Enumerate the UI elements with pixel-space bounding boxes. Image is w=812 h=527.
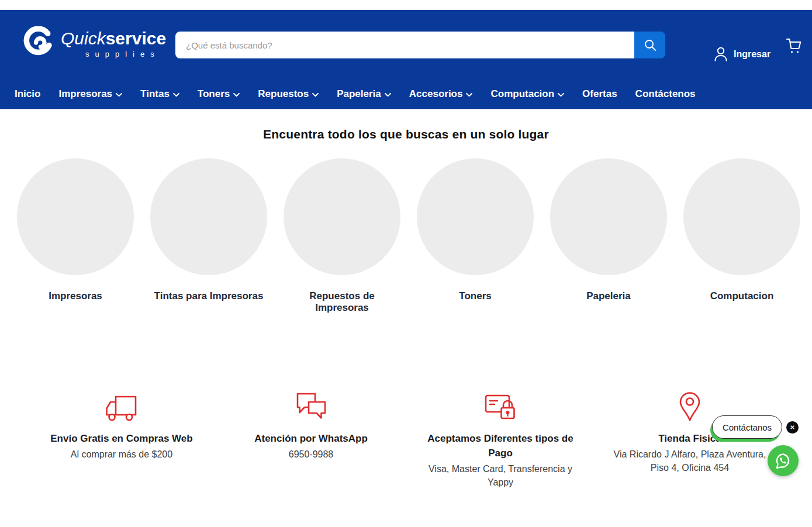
chevron-down-icon [116,93,122,97]
nav-item-repuestos[interactable]: Repuestos [258,88,319,100]
category-impresoras[interactable]: Impresoras [17,158,134,314]
brand-logo[interactable]: Quickservice supplies [22,26,166,59]
category-label: Toners [417,290,534,302]
feature-whatsapp-support: Atención por WhatsApp 6950-9988 [216,391,406,489]
main-nav: Inicio Impresoras Tintas Toners Repuesto… [15,88,696,100]
login-label: Ingresar [734,49,770,60]
page-title: Encuentra todo los que buscas en un solo… [0,127,812,141]
search-icon [643,38,657,52]
user-icon [713,46,728,63]
nav-item-accesorios[interactable]: Accesorios [409,88,473,100]
feature-subtitle: 6950-9988 [229,448,393,461]
contact-us-button[interactable]: Contáctanos [712,415,782,439]
nav-item-impresoras[interactable]: Impresoras [58,88,122,100]
category-grid: Impresoras Tintas para Impresoras Repues… [17,158,800,314]
feature-subtitle: Via Ricardo J Alfaro, Plaza Aventura, Pi… [607,448,772,474]
logo-swirl-icon [22,26,55,59]
nav-item-toners[interactable]: Toners [198,88,240,100]
brand-word-quick: Quick [61,29,106,48]
truck-icon [105,394,139,423]
feature-subtitle: Al comprar más de $200 [39,448,204,461]
feature-subtitle: Visa, Master Card, Transferencia y Yappy [418,462,583,489]
close-icon[interactable]: ✕ [786,421,799,434]
category-tintas-para-impresoras[interactable]: Tintas para Impresoras [150,158,267,314]
chevron-down-icon [312,93,319,97]
search-bar [175,32,665,58]
category-label: Impresoras [17,290,134,302]
chevron-down-icon [233,93,240,97]
nav-item-ofertas[interactable]: Ofertas [582,88,617,100]
category-image-placeholder [683,158,800,275]
nav-item-contactenos[interactable]: Contáctenos [635,88,696,100]
nav-item-inicio[interactable]: Inicio [15,88,40,100]
brand-wordmark: Quickservice supplies [61,26,166,58]
map-pin-icon [678,391,702,423]
login-link[interactable]: Ingresar [713,46,770,63]
category-label: Papeleria [550,290,667,302]
nav-item-tintas[interactable]: Tintas [140,88,179,100]
whatsapp-chat-icon [295,391,327,423]
feature-title: Envío Gratis en Compras Web [42,431,201,446]
chevron-down-icon [466,93,472,97]
feature-payment-methods: Aceptamos Diferentes tipos de Pago Visa,… [406,391,595,489]
nav-label: Impresoras [58,88,112,100]
nav-item-computacion[interactable]: Computacion [490,88,564,100]
nav-label: Computacion [490,88,554,100]
nav-label: Accesorios [409,88,463,100]
nav-label: Toners [198,88,230,100]
feature-title: Atención por WhatsApp [231,431,391,446]
feature-free-shipping: Envío Gratis en Compras Web Al comprar m… [27,391,216,489]
nav-label: Tintas [140,88,170,100]
search-input[interactable] [175,32,634,58]
site-header: Quickservice supplies Ingresar [0,10,812,109]
category-repuestos-de-impresoras[interactable]: Repuestos de Impresoras [284,158,400,314]
cart-button[interactable] [784,37,803,63]
brand-word-supplies: supplies [61,50,166,58]
cart-icon [784,37,803,60]
category-label: Computacion [683,290,800,302]
category-image-placeholder [284,158,400,275]
category-image-placeholder [17,158,134,275]
search-button[interactable] [634,32,665,58]
category-label: Repuestos de Impresoras [284,290,400,314]
category-papeleria[interactable]: Papeleria [550,158,667,314]
category-image-placeholder [550,158,667,275]
payment-lock-icon [484,393,517,423]
nav-item-papeleria[interactable]: Papeleria [337,88,391,100]
category-computacion[interactable]: Computacion [683,158,800,314]
category-image-placeholder [417,158,534,275]
nav-label: Repuestos [258,88,309,100]
chevron-down-icon [558,93,564,97]
nav-label: Inicio [15,88,40,100]
chevron-down-icon [385,93,391,97]
category-image-placeholder [150,158,267,275]
nav-label: Papeleria [337,88,381,100]
feature-title: Aceptamos Diferentes tipos de Pago [421,431,580,460]
whatsapp-float-button[interactable] [768,445,799,476]
brand-word-service: service [106,29,166,48]
category-toners[interactable]: Toners [417,158,534,314]
nav-label: Ofertas [582,88,617,100]
features-row: Envío Gratis en Compras Web Al comprar m… [27,391,785,489]
category-label: Tintas para Impresoras [150,290,267,302]
nav-label: Contáctenos [635,88,696,100]
whatsapp-icon [775,452,792,470]
feature-physical-store: Tienda Física Via Ricardo J Alfaro, Plaz… [595,391,785,489]
chevron-down-icon [173,93,179,97]
